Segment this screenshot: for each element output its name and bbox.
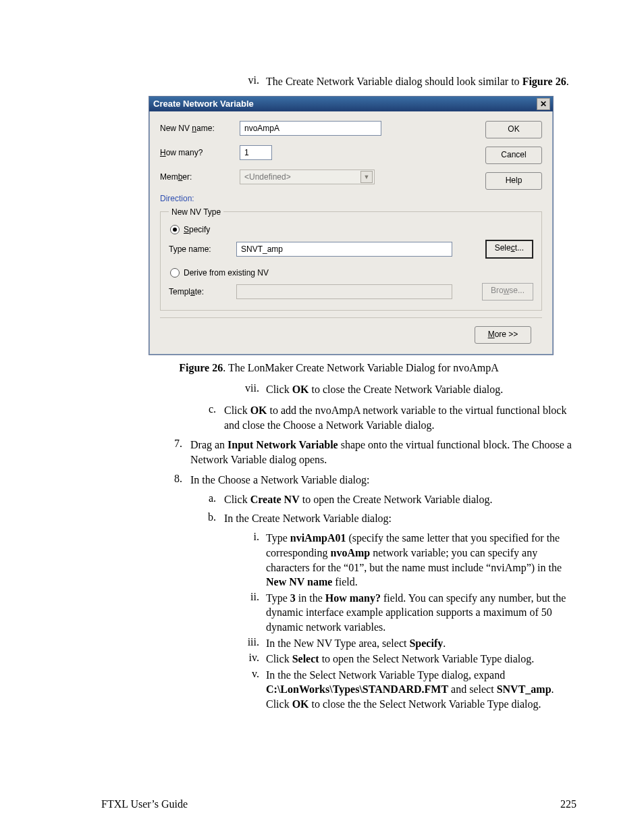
dialog-titlebar: Create Network Variable ✕ [149,97,553,111]
cancel-button[interactable]: Cancel [485,147,542,164]
num-marker: 8. [169,473,182,488]
radio-specify[interactable]: Specify [170,225,533,234]
radio-icon [170,268,180,278]
intro-text: The Create Network Variable dialog shoul… [266,74,576,89]
how-many-input[interactable] [240,145,272,160]
footer-title: FTXL User’s Guide [101,798,188,810]
footer-page: 225 [560,798,576,810]
chevron-down-icon: ▼ [360,171,373,183]
close-icon[interactable]: ✕ [537,98,550,110]
roman-marker: vi. [236,74,259,89]
label-type-name: Type name: [169,244,236,254]
type-name-input[interactable] [236,242,452,257]
alpha-marker: a. [203,492,216,507]
figure-caption: Figure 26. The LonMaker Create Network V… [101,362,576,374]
label-direction: Direction: [160,194,240,203]
body-text: In the New NV Type area, select Specify. [266,636,576,651]
body-text: Click Create NV to open the Create Netwo… [224,492,576,507]
label-how-many: How many? [160,148,240,157]
label-new-nv-name: New NV name: [160,124,240,133]
member-select[interactable]: <Undefined> ▼ [240,170,375,184]
radio-icon [170,225,180,234]
select-button[interactable]: Select... [485,240,533,259]
browse-button: Browse... [482,283,533,301]
num-marker: 7. [169,438,182,467]
body-text: Type nviAmpA01 (specify the same letter … [266,531,576,589]
roman-marker: ii. [236,591,259,635]
new-nv-type-group: New NV Type Specify Type name: Select...… [160,207,542,311]
body-text: In the Create Network Variable dialog: [224,511,576,526]
group-legend: New NV Type [169,207,223,217]
alpha-marker: b. [203,511,216,526]
roman-marker: i. [236,531,259,589]
label-template: Template: [169,287,236,296]
roman-marker: iii. [236,636,259,651]
more-button[interactable]: More >> [475,326,531,344]
help-button[interactable]: Help [485,172,542,190]
body-text: Click OK to add the nvoAmpA network vari… [224,403,576,432]
template-input [236,284,452,299]
roman-marker: vii. [236,382,259,397]
label-member: Member: [160,172,240,182]
radio-derive[interactable]: Derive from existing NV [170,268,533,278]
body-text: Click OK to close the Create Network Var… [266,382,576,397]
roman-marker: v. [236,668,259,712]
alpha-marker: c. [203,403,216,432]
create-nv-dialog: Create Network Variable ✕ OK Cancel Help… [149,96,554,355]
new-nv-name-input[interactable] [240,121,381,136]
body-text: In the Choose a Network Variable dialog: [190,473,576,488]
body-text: Type 3 in the How many? field. You can s… [266,591,576,635]
body-text: In the the Select Network Variable Type … [266,668,576,712]
roman-marker: iv. [236,652,259,667]
body-text: Drag an Input Network Variable shape ont… [190,438,576,467]
dialog-title: Create Network Variable [153,99,254,109]
body-text: Click Select to open the Select Network … [266,652,576,667]
ok-button[interactable]: OK [485,121,542,138]
